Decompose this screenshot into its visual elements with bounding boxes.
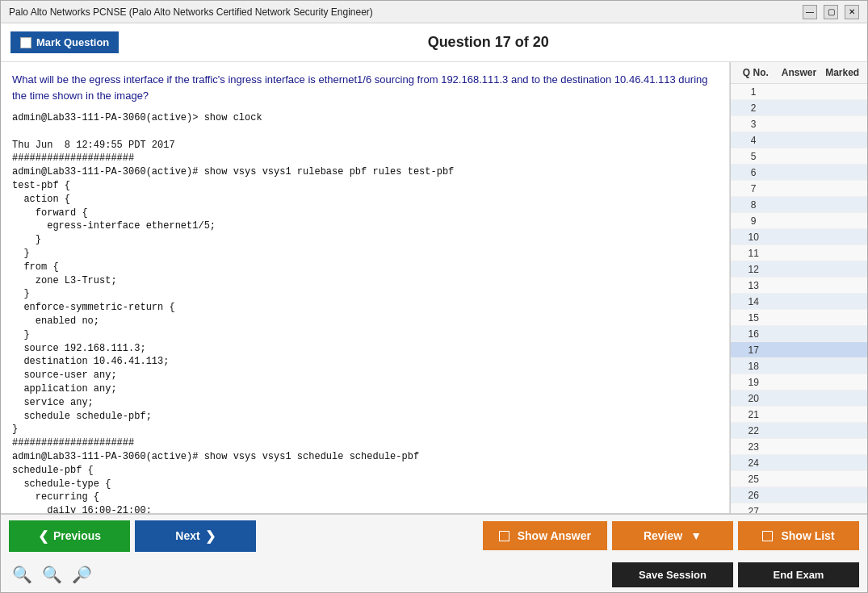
sidebar-q-num: 21: [731, 409, 776, 420]
previous-label: Previous: [53, 529, 101, 542]
sidebar-q-num: 27: [731, 506, 776, 514]
code-block: admin@Lab33-111-PA-3060(active)> show cl…: [12, 111, 718, 513]
sidebar-row[interactable]: 5: [731, 148, 867, 165]
save-session-button[interactable]: Save Session: [612, 562, 733, 587]
sidebar-q-num: 14: [731, 296, 776, 307]
sidebar-header: Q No. Answer Marked: [731, 62, 867, 84]
sidebar-row[interactable]: 12: [731, 261, 867, 278]
sidebar-q-num: 23: [731, 441, 776, 453]
top-bar: Mark Question Question 17 of 20: [1, 23, 867, 62]
sidebar-row[interactable]: 26: [731, 487, 867, 503]
sidebar-q-num: 12: [731, 264, 776, 275]
sidebar-row[interactable]: 1: [731, 84, 867, 100]
question-list-sidebar: Q No. Answer Marked 12345678910111213141…: [730, 62, 867, 513]
sidebar-row[interactable]: 11: [731, 245, 867, 261]
show-answer-checkbox-icon: [499, 531, 509, 541]
sidebar-row[interactable]: 18: [731, 358, 867, 374]
sidebar-q-num: 3: [731, 119, 776, 130]
sidebar-q-num: 16: [731, 328, 776, 340]
review-arrow-icon: ▼: [690, 529, 702, 542]
sidebar-row[interactable]: 13: [731, 278, 867, 294]
sidebar-row[interactable]: 16: [731, 326, 867, 342]
sidebar-row[interactable]: 14: [731, 294, 867, 310]
restore-button[interactable]: ▢: [824, 5, 838, 19]
zoom-reset-button[interactable]: 🔍: [39, 563, 65, 586]
chevron-right-icon: ❯: [205, 528, 216, 544]
sidebar-row[interactable]: 22: [731, 423, 867, 439]
show-list-label: Show List: [781, 529, 834, 542]
sidebar-row[interactable]: 25: [731, 471, 867, 487]
sidebar-row[interactable]: 20: [731, 390, 867, 407]
show-list-button[interactable]: Show List: [738, 521, 859, 550]
sidebar-q-num: 19: [731, 377, 776, 388]
marked-header: Marked: [820, 67, 864, 78]
sidebar-q-num: 4: [731, 135, 776, 146]
question-panel: What will be the egress interface if the…: [1, 62, 730, 513]
zoom-out-button[interactable]: 🔎: [69, 563, 95, 586]
sidebar-q-num: 15: [731, 312, 776, 324]
main-window: Palo Alto Networks PCNSE (Palo Alto Netw…: [0, 0, 868, 593]
sidebar-list[interactable]: 1234567891011121314151617181920212223242…: [731, 84, 867, 513]
close-button[interactable]: ✕: [845, 5, 859, 19]
mark-question-button[interactable]: Mark Question: [10, 31, 119, 53]
bottom-row2: 🔍 🔍 🔎 Save Session End Exam: [1, 557, 867, 592]
sidebar-row[interactable]: 24: [731, 455, 867, 471]
previous-button[interactable]: ❮ Previous: [9, 520, 130, 552]
next-label: Next: [175, 529, 199, 542]
zoom-controls: 🔍 🔍 🔎: [9, 563, 95, 586]
sidebar-q-num: 1: [731, 86, 776, 98]
minimize-button[interactable]: —: [803, 5, 817, 19]
sidebar-q-num: 25: [731, 474, 776, 485]
zoom-in-button[interactable]: 🔍: [9, 563, 36, 586]
save-session-label: Save Session: [639, 569, 707, 581]
sidebar-row[interactable]: 2: [731, 100, 867, 116]
sidebar-q-num: 22: [731, 425, 776, 436]
sidebar-row[interactable]: 15: [731, 310, 867, 326]
window-controls: — ▢ ✕: [803, 5, 859, 19]
title-bar: Palo Alto Networks PCNSE (Palo Alto Netw…: [1, 1, 867, 23]
sidebar-q-num: 6: [731, 167, 776, 178]
sidebar-q-num: 13: [731, 280, 776, 291]
bottom-controls: ❮ Previous Next ❯ Show Answer Review ▼: [1, 513, 867, 592]
sidebar-q-num: 11: [731, 248, 776, 259]
sidebar-row[interactable]: 7: [731, 181, 867, 197]
end-exam-label: End Exam: [774, 569, 824, 581]
sidebar-q-num: 7: [731, 183, 776, 194]
sidebar-row[interactable]: 23: [731, 439, 867, 455]
sidebar-q-num: 18: [731, 361, 776, 372]
sidebar-row[interactable]: 6: [731, 165, 867, 181]
chevron-left-icon: ❮: [38, 528, 48, 544]
end-exam-button[interactable]: End Exam: [738, 562, 859, 587]
sidebar-row[interactable]: 17: [731, 342, 867, 358]
sidebar-q-num: 17: [731, 345, 776, 356]
question-title: Question 17 of 20: [119, 34, 858, 51]
sidebar-row[interactable]: 9: [731, 213, 867, 229]
sidebar-row[interactable]: 21: [731, 407, 867, 423]
review-label: Review: [644, 529, 682, 542]
show-answer-button[interactable]: Show Answer: [483, 521, 607, 550]
question-text: What will be the egress interface if the…: [12, 72, 718, 103]
sidebar-row[interactable]: 10: [731, 229, 867, 245]
next-button[interactable]: Next ❯: [135, 520, 256, 552]
sidebar-row[interactable]: 19: [731, 374, 867, 390]
sidebar-row[interactable]: 4: [731, 132, 867, 148]
window-title: Palo Alto Networks PCNSE (Palo Alto Netw…: [9, 6, 373, 18]
sidebar-q-num: 9: [731, 215, 776, 227]
mark-checkbox-icon: [20, 37, 31, 48]
sidebar-row[interactable]: 3: [731, 116, 867, 132]
content-area: What will be the egress interface if the…: [1, 62, 867, 513]
show-answer-label: Show Answer: [518, 529, 591, 542]
sidebar-q-num: 24: [731, 457, 776, 469]
show-list-checkbox-icon: [762, 531, 773, 541]
sidebar-q-num: 10: [731, 232, 776, 243]
bottom-row1: ❮ Previous Next ❯ Show Answer Review ▼: [1, 515, 867, 557]
q-no-header: Q No.: [734, 67, 778, 78]
sidebar-q-num: 20: [731, 393, 776, 404]
mark-question-label: Mark Question: [36, 36, 109, 48]
sidebar-row[interactable]: 27: [731, 503, 867, 513]
sidebar-q-num: 26: [731, 490, 776, 501]
review-button[interactable]: Review ▼: [612, 521, 733, 550]
sidebar-q-num: 2: [731, 102, 776, 114]
sidebar-row[interactable]: 8: [731, 197, 867, 213]
main-content: Mark Question Question 17 of 20 What wil…: [1, 23, 867, 592]
